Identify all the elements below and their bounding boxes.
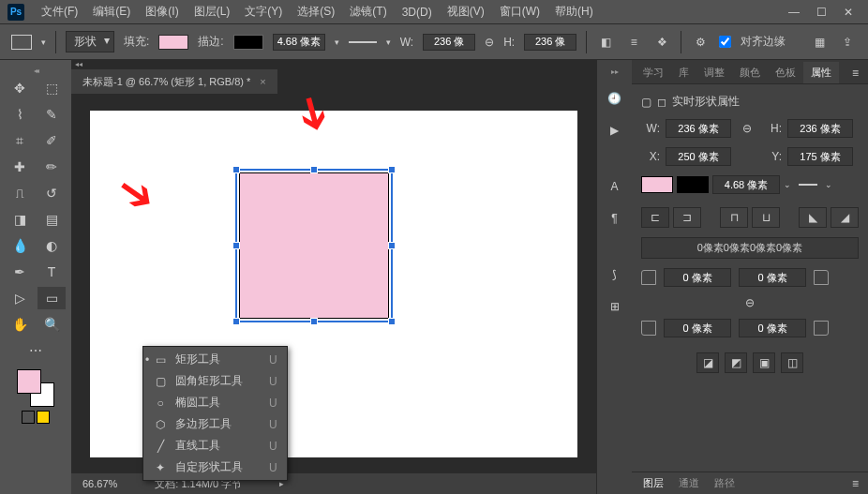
menu-file[interactable]: 文件(F) <box>34 4 85 20</box>
healing-tool[interactable]: ✚ <box>6 156 34 178</box>
dodge-tool[interactable]: ◐ <box>37 234 66 257</box>
menu-filter[interactable]: 滤镜(T) <box>342 4 394 20</box>
prop-y-input[interactable] <box>787 147 853 166</box>
window-minimize-icon[interactable]: ― <box>788 6 800 19</box>
stroke-style-picker[interactable] <box>349 41 377 43</box>
height-input[interactable] <box>524 34 576 51</box>
workspace-icon[interactable]: ▦ <box>810 33 829 52</box>
pathop-subtract[interactable]: ◩ <box>725 352 747 373</box>
join-round[interactable]: ◢ <box>831 207 859 228</box>
tab-paths[interactable]: 路径 <box>707 472 742 494</box>
window-close-icon[interactable]: ✕ <box>844 6 853 19</box>
tab-libraries[interactable]: 库 <box>671 62 696 83</box>
resize-handle[interactable] <box>232 166 240 173</box>
cap-round[interactable]: ⊔ <box>752 207 780 228</box>
brush-tool[interactable]: ✏ <box>37 156 66 178</box>
tab-channels[interactable]: 通道 <box>671 472 707 494</box>
play-panel-icon[interactable]: ▶ <box>606 121 624 140</box>
character-panel-icon[interactable]: A <box>606 177 624 196</box>
fill-swatch[interactable] <box>158 35 188 50</box>
menu-type[interactable]: 文字(Y) <box>237 4 290 20</box>
stamp-tool[interactable]: ⎍ <box>6 182 34 204</box>
layers-menu-icon[interactable]: ≡ <box>846 473 864 494</box>
flyout-polygon-tool[interactable]: ⬡ 多边形工具 U <box>143 413 287 435</box>
blur-tool[interactable]: 💧 <box>6 234 34 257</box>
resize-handle[interactable] <box>232 242 240 249</box>
edit-toolbar[interactable]: ⋯ <box>22 339 50 362</box>
path-align-icon[interactable]: ≡ <box>624 33 643 52</box>
prop-fill-swatch[interactable] <box>641 176 673 193</box>
close-tab-icon[interactable]: × <box>260 76 265 87</box>
flyout-line-tool[interactable]: ╱ 直线工具 U <box>143 435 287 457</box>
path-arrange-icon[interactable]: ❖ <box>652 33 671 52</box>
resize-handle[interactable] <box>310 166 318 173</box>
menu-window[interactable]: 窗口(W) <box>492 4 547 20</box>
tool-preset-icon[interactable] <box>11 35 32 50</box>
eyedropper-tool[interactable]: ✐ <box>37 129 66 152</box>
join-miter[interactable]: ◣ <box>799 207 827 228</box>
window-maximize-icon[interactable]: ☐ <box>816 6 827 19</box>
marquee-tool[interactable]: ⬚ <box>37 77 66 99</box>
pen-tool[interactable]: ✒ <box>6 261 34 283</box>
document-tab[interactable]: 未标题-1 @ 66.7% (矩形 1, RGB/8) * × <box>71 69 277 94</box>
type-tool[interactable]: T <box>37 261 66 283</box>
tab-adjustments[interactable]: 调整 <box>696 62 732 83</box>
history-panel-icon[interactable]: 🕘 <box>606 89 624 108</box>
paragraph-panel-icon[interactable]: ¶ <box>606 209 624 228</box>
flyout-rectangle-tool[interactable]: ▭ 矩形工具 U <box>143 349 287 370</box>
pathop-combine[interactable]: ◪ <box>696 352 719 373</box>
prop-height-input[interactable] <box>787 119 853 138</box>
width-input[interactable] <box>423 34 475 51</box>
resize-handle[interactable] <box>310 318 318 325</box>
corner-br-input[interactable] <box>739 319 806 337</box>
menu-3d[interactable]: 3D(D) <box>395 6 440 19</box>
flyout-ellipse-tool[interactable]: ○ 椭圆工具 U <box>143 392 287 413</box>
hand-tool[interactable]: ✋ <box>6 313 34 336</box>
gradient-tool[interactable]: ▤ <box>37 208 66 231</box>
menu-edit[interactable]: 编辑(E) <box>85 4 138 20</box>
quick-select-tool[interactable]: ✎ <box>37 103 66 126</box>
cap-butt[interactable]: ⊓ <box>720 207 748 228</box>
color-swatches[interactable] <box>17 369 54 407</box>
quickmask-icon[interactable] <box>22 411 35 424</box>
corner-bl-input[interactable] <box>664 319 731 337</box>
gear-icon[interactable]: ⚙ <box>691 33 710 52</box>
tab-layers[interactable]: 图层 <box>636 472 671 494</box>
prop-stroke-width[interactable] <box>712 175 780 194</box>
resize-handle[interactable] <box>388 318 396 325</box>
shape-mode-select[interactable]: 形状 <box>66 31 114 52</box>
move-tool[interactable]: ✥ <box>6 77 34 99</box>
shape-tool[interactable]: ▭ <box>37 287 66 309</box>
align-edges-checkbox[interactable] <box>719 36 731 48</box>
pathop-exclude[interactable]: ◫ <box>781 352 803 373</box>
pathop-intersect[interactable]: ▣ <box>753 352 775 373</box>
menu-image[interactable]: 图像(I) <box>138 4 186 20</box>
swatches-panel-icon[interactable]: ⊞ <box>606 297 624 316</box>
brushes-panel-icon[interactable]: ⟆ <box>606 265 624 284</box>
resize-handle[interactable] <box>388 242 396 249</box>
stroke-swatch[interactable] <box>233 35 263 50</box>
zoom-level[interactable]: 66.67% <box>82 478 117 489</box>
crop-tool[interactable]: ⌗ <box>6 129 34 152</box>
prop-x-input[interactable] <box>666 147 731 166</box>
tab-learn[interactable]: 学习 <box>636 62 671 83</box>
flyout-rounded-rect-tool[interactable]: ▢ 圆角矩形工具 U <box>143 370 287 392</box>
menu-layer[interactable]: 图层(L) <box>187 4 238 20</box>
stroke-align-center[interactable]: ⊐ <box>673 207 701 228</box>
stroke-type-picker[interactable] <box>799 184 817 186</box>
resize-handle[interactable] <box>232 318 240 325</box>
history-brush-tool[interactable]: ↺ <box>37 182 66 204</box>
eraser-tool[interactable]: ◨ <box>6 208 34 231</box>
share-icon[interactable]: ⇪ <box>838 33 857 52</box>
menu-help[interactable]: 帮助(H) <box>547 4 601 20</box>
lasso-tool[interactable]: ⌇ <box>6 103 34 126</box>
tab-properties[interactable]: 属性 <box>803 62 839 83</box>
foreground-color[interactable] <box>17 369 41 394</box>
flyout-custom-shape-tool[interactable]: ✦ 自定形状工具 U <box>143 457 287 478</box>
path-ops-icon[interactable]: ◧ <box>596 33 615 52</box>
corner-tr-input[interactable] <box>739 268 806 287</box>
panel-menu-icon[interactable]: ≡ <box>846 63 864 83</box>
prop-stroke-swatch[interactable] <box>677 176 709 193</box>
link-corners-icon[interactable]: ⊖ <box>740 296 760 309</box>
path-select-tool[interactable]: ▷ <box>6 287 34 309</box>
